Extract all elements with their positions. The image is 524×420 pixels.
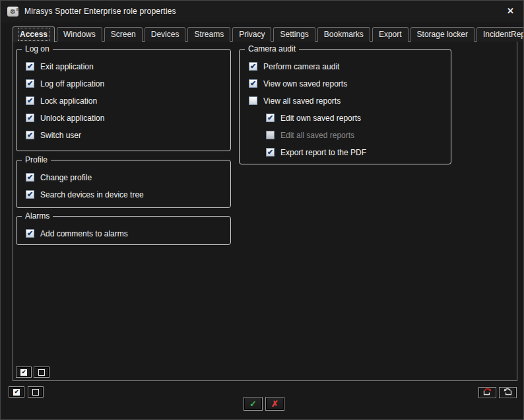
checkbox-label: View all saved reports (263, 96, 341, 106)
checkbox-item-perform-camera-audit[interactable]: Perform camera audit (249, 61, 451, 71)
group-body: Perform camera audit View own saved repo… (240, 50, 451, 157)
tab-access[interactable]: Access (13, 26, 55, 42)
checkbox[interactable] (26, 190, 34, 199)
checked-box-icon (13, 389, 20, 396)
checkbox[interactable] (26, 229, 34, 238)
group-log-on: Log on Exit application Log off applicat… (16, 49, 231, 151)
role-properties-dialog: ⚙⚙ Mirasys Spotter Enterprise role prope… (0, 0, 524, 420)
tab-label: Windows (63, 30, 96, 39)
group-body: Change profile Search devices in device … (16, 160, 230, 199)
tab-label: Settings (280, 30, 308, 39)
tab-label: Streams (194, 30, 224, 39)
checkbox[interactable] (26, 173, 34, 182)
checkbox[interactable] (249, 62, 257, 71)
checkbox-label: Lock application (40, 96, 97, 106)
select-all-button[interactable] (9, 386, 24, 398)
checkbox-label: Exit application (40, 62, 94, 71)
tab-strip: Access Windows Screen Devices Streams Pr… (13, 27, 524, 42)
tab-label: Devices (151, 30, 180, 39)
tab-export[interactable]: Export (372, 27, 409, 42)
tab-label: IncidentReport (483, 30, 524, 39)
group-title: Camera audit (245, 44, 299, 53)
checkbox-item-edit-own-saved-reports[interactable]: Edit own saved reports (266, 113, 451, 123)
empty-box-icon (38, 369, 45, 376)
deselect-all-panel-button[interactable] (34, 367, 49, 378)
checkbox-label: Perform camera audit (263, 62, 339, 71)
tab-incidentreport[interactable]: IncidentReport (476, 27, 524, 42)
tab-streams[interactable]: Streams (187, 27, 230, 42)
checked-box-icon (20, 369, 27, 376)
group-title: Log on (22, 44, 53, 53)
checkbox-item-search-devices-in-device-tree[interactable]: Search devices in device tree (26, 190, 230, 199)
group-camera-audit: Camera audit Perform camera audit View o… (239, 49, 451, 164)
group-title: Alarms (22, 211, 53, 221)
undo-arrow-icon (502, 388, 513, 398)
group-body: Exit application Log off application Loc… (16, 50, 230, 140)
tab-label: Access (20, 30, 48, 39)
tab-storage-locker[interactable]: Storage locker (410, 27, 475, 42)
checkbox-item-change-profile[interactable]: Change profile (26, 172, 230, 182)
checkbox-label: View own saved reports (263, 79, 347, 88)
tab-label: Storage locker (417, 30, 468, 39)
redo-changes-button[interactable] (478, 387, 496, 398)
checkbox-label: Change profile (40, 173, 92, 182)
checkbox[interactable] (26, 131, 34, 139)
checkbox-label: Edit own saved reports (280, 114, 361, 123)
checkbox-item-add-comments-to-alarms[interactable]: Add comments to alarms (26, 228, 230, 238)
redo-arrow-icon (482, 388, 493, 398)
checkbox-label: Edit all saved reports (280, 131, 354, 140)
app-gear-icon: ⚙⚙ (7, 7, 18, 17)
access-tab-panel: Log on Exit application Log off applicat… (13, 41, 517, 381)
checkbox[interactable] (249, 96, 257, 105)
tab-label: Privacy (239, 30, 265, 39)
checkbox-item-edit-all-saved-reports[interactable]: Edit all saved reports (266, 130, 451, 140)
checkbox-label: Add comments to alarms (40, 229, 128, 238)
checkbox-item-log-off-application[interactable]: Log off application (26, 79, 230, 88)
checkbox-label: Search devices in device tree (40, 190, 144, 199)
checkbox-item-switch-user[interactable]: Switch user (26, 130, 230, 140)
checkbox-label: Export report to the PDF (280, 148, 366, 157)
checkbox[interactable] (266, 148, 275, 157)
cancel-button[interactable]: ✗ (265, 397, 284, 411)
checkbox[interactable] (249, 79, 257, 88)
group-profile: Profile Change profile Search devices in… (16, 160, 231, 208)
checkbox[interactable] (26, 62, 34, 71)
ok-button[interactable]: ✓ (244, 397, 263, 411)
tab-label: Export (379, 30, 402, 39)
deselect-all-button[interactable] (28, 386, 44, 398)
undo-changes-button[interactable] (499, 387, 517, 398)
group-alarms: Alarms Add comments to alarms (16, 216, 231, 245)
checkbox-label: Log off application (40, 79, 104, 88)
checkbox-item-view-all-saved-reports[interactable]: View all saved reports (249, 96, 451, 106)
tab-screen[interactable]: Screen (104, 27, 143, 42)
tab-bookmarks[interactable]: Bookmarks (317, 27, 370, 42)
title-bar: ⚙⚙ Mirasys Spotter Enterprise role prope… (1, 1, 523, 22)
tab-windows[interactable]: Windows (57, 27, 102, 42)
empty-box-icon (32, 389, 39, 396)
checkbox[interactable] (26, 79, 34, 88)
checkbox[interactable] (266, 131, 275, 139)
tab-privacy[interactable]: Privacy (232, 27, 271, 42)
checkbox-item-exit-application[interactable]: Exit application (26, 61, 230, 71)
tab-label: Bookmarks (324, 30, 364, 39)
checkbox[interactable] (26, 96, 34, 105)
checkbox-item-lock-application[interactable]: Lock application (26, 96, 230, 106)
checkbox-item-view-own-saved-reports[interactable]: View own saved reports (249, 79, 451, 88)
checkbox-item-export-report-to-pdf[interactable]: Export report to the PDF (266, 147, 451, 157)
tab-label: Screen (111, 30, 136, 39)
checkbox[interactable] (26, 114, 34, 122)
select-all-panel-button[interactable] (16, 367, 32, 378)
check-icon: ✓ (249, 399, 257, 409)
checkbox-label: Switch user (40, 131, 81, 140)
tab-devices[interactable]: Devices (145, 27, 186, 42)
checkbox-label: Unlock application (40, 114, 104, 123)
group-title: Profile (22, 155, 51, 164)
mini-gear-icon: ⚙ (16, 5, 20, 15)
window-title: Mirasys Spotter Enterprise role properti… (24, 7, 176, 16)
tab-settings[interactable]: Settings (273, 27, 315, 42)
checkbox[interactable] (266, 114, 275, 122)
close-icon[interactable]: ✕ (507, 7, 514, 15)
checkbox-item-unlock-application[interactable]: Unlock application (26, 113, 230, 123)
cross-icon: ✗ (271, 399, 278, 409)
